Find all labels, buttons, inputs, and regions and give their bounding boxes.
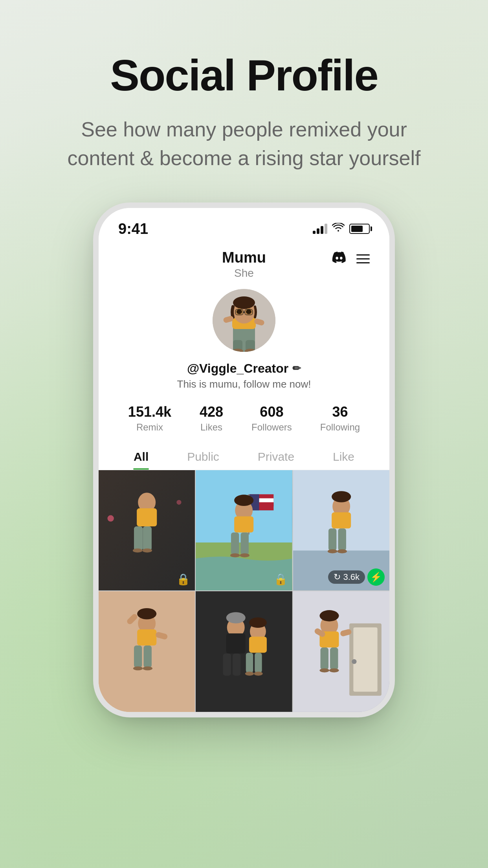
stat-following-value: 36: [332, 404, 348, 420]
profile-name-block: Mumu She: [222, 249, 266, 280]
bio-text: This is mumu, follow me now!: [99, 378, 389, 390]
svg-point-60: [143, 667, 152, 671]
svg-point-50: [337, 549, 347, 553]
grid-item-4[interactable]: [99, 591, 195, 712]
battery-icon: [349, 224, 370, 234]
signal-bar-2: [317, 228, 319, 234]
avatar-section: [99, 280, 389, 358]
svg-point-8: [246, 309, 251, 314]
svg-rect-57: [134, 645, 142, 668]
status-bar: 9:41: [99, 208, 389, 241]
stat-followers: 608 Followers: [237, 404, 306, 433]
trending-icon: ⚡: [370, 572, 382, 583]
stat-followers-value: 608: [260, 404, 283, 420]
tab-all[interactable]: All: [134, 450, 149, 470]
stat-likes: 428 Likes: [185, 404, 237, 433]
lock-icon-1: 🔒: [176, 573, 190, 586]
signal-icon: [313, 224, 327, 234]
grid-item-2[interactable]: 🔒: [196, 470, 292, 591]
header-actions: [331, 249, 370, 268]
svg-rect-39: [241, 532, 249, 554]
battery-fill: [351, 226, 363, 232]
svg-rect-66: [233, 654, 240, 676]
username-section: @Viggle_Creator ✏ This is mumu, follow m…: [99, 358, 389, 393]
stat-likes-value: 428: [200, 404, 223, 420]
stat-following-label: Following: [320, 422, 360, 433]
signal-bar-4: [325, 224, 327, 234]
svg-point-49: [328, 549, 338, 553]
svg-point-77: [352, 659, 356, 664]
svg-point-7: [237, 309, 242, 314]
svg-point-26: [107, 515, 114, 521]
trending-badge: ⚡: [367, 568, 385, 586]
svg-point-41: [240, 553, 250, 557]
stat-remix: 151.4k Remix: [114, 404, 185, 433]
svg-rect-58: [143, 645, 151, 668]
svg-point-24: [133, 548, 143, 552]
svg-rect-71: [255, 653, 262, 673]
profile-pronoun: She: [222, 267, 266, 280]
grid-overlay-1: 🔒: [176, 573, 190, 586]
svg-point-68: [249, 618, 267, 628]
phone-mockup: 9:41: [99, 208, 389, 712]
svg-point-4: [233, 296, 255, 309]
menu-line-3: [356, 262, 370, 263]
stat-followers-label: Followers: [251, 422, 292, 433]
svg-point-79: [319, 610, 339, 622]
status-time: 9:41: [118, 221, 148, 237]
svg-rect-70: [246, 653, 253, 673]
grid-overlay-3: ↻ 3.6k ⚡: [328, 568, 385, 586]
tab-like[interactable]: Like: [333, 450, 354, 470]
menu-line-1: [356, 254, 370, 256]
svg-rect-54: [137, 630, 156, 646]
svg-point-72: [245, 672, 254, 676]
signal-bar-3: [321, 226, 323, 234]
wifi-icon: [332, 223, 345, 235]
menu-icon[interactable]: [356, 254, 370, 263]
svg-point-63: [226, 612, 246, 624]
grid-item-5[interactable]: [196, 591, 292, 712]
svg-point-25: [142, 548, 152, 552]
profile-header: Mumu She: [99, 241, 389, 280]
menu-line-2: [356, 258, 370, 259]
remix-arrow-icon: ↻: [334, 572, 341, 582]
svg-rect-23: [143, 526, 151, 550]
signal-bar-1: [313, 231, 316, 234]
tab-private[interactable]: Private: [258, 450, 294, 470]
status-icons: [313, 223, 370, 235]
svg-rect-83: [320, 648, 328, 670]
svg-rect-64: [226, 634, 246, 654]
page-content: Social Profile See how many people remix…: [0, 0, 488, 712]
edit-icon[interactable]: ✏: [292, 362, 301, 375]
stat-following: 36 Following: [306, 404, 374, 433]
svg-point-53: [137, 608, 156, 620]
remix-badge: ↻ 3.6k: [328, 570, 365, 584]
stats-row: 151.4k Remix 428 Likes 608 Followers 36 …: [99, 393, 389, 442]
svg-rect-47: [328, 528, 336, 550]
grid-section: 🔒: [99, 470, 389, 712]
grid-item-3[interactable]: ↻ 3.6k ⚡: [293, 470, 389, 591]
svg-rect-46: [332, 512, 351, 528]
tab-public[interactable]: Public: [187, 450, 219, 470]
discord-icon[interactable]: [331, 249, 347, 268]
profile-name: Mumu: [222, 249, 266, 266]
grid-item-6[interactable]: [293, 591, 389, 712]
username-text: @Viggle_Creator: [187, 361, 288, 376]
svg-rect-38: [231, 532, 239, 554]
svg-rect-48: [338, 528, 346, 550]
svg-rect-84: [330, 648, 338, 670]
stat-remix-value: 151.4k: [128, 404, 171, 420]
svg-rect-22: [134, 526, 143, 550]
avatar: [213, 289, 275, 352]
svg-point-73: [254, 672, 263, 676]
svg-rect-21: [137, 508, 157, 526]
svg-point-45: [332, 491, 351, 502]
lock-icon-2: 🔒: [274, 573, 288, 586]
svg-point-27: [176, 500, 181, 504]
svg-rect-76: [353, 627, 377, 692]
svg-point-36: [234, 495, 253, 506]
grid-item-1[interactable]: 🔒: [99, 470, 195, 591]
svg-rect-69: [249, 637, 267, 653]
stat-remix-label: Remix: [136, 422, 163, 433]
grid-overlay-2: 🔒: [274, 573, 288, 586]
